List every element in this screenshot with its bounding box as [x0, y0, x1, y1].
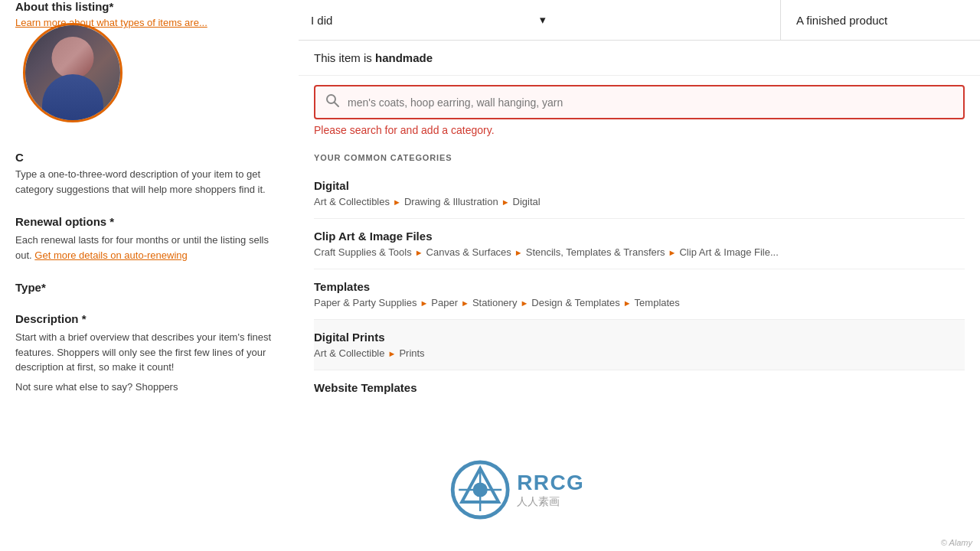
breadcrumb-item: Templates — [635, 297, 680, 308]
about-title: About this listing* — [15, 0, 283, 13]
search-container — [299, 76, 980, 119]
top-bar: I did ▾ A finished product — [299, 0, 980, 41]
breadcrumb-item: Canvas & Surfaces — [426, 246, 511, 258]
category-item-title: Clip Art & Image Files — [314, 230, 965, 243]
category-item-title: Website Templates — [314, 381, 965, 394]
breadcrumb-arrow-icon: ► — [387, 349, 396, 358]
finished-product-label: A finished product — [796, 14, 887, 27]
avatar-image — [25, 25, 120, 120]
person-body — [42, 74, 103, 120]
breadcrumb-item: Stencils, Templates & Transfers — [526, 246, 665, 258]
breadcrumb-arrow-icon: ► — [520, 298, 528, 308]
type-section: Type* — [15, 281, 283, 294]
category-section: C Type a one-to-three-word description o… — [15, 151, 283, 197]
left-panel: About this listing* Learn more about wha… — [0, 0, 299, 551]
breadcrumb-arrow-icon: ► — [668, 248, 677, 257]
breadcrumb-item: Stationery — [472, 297, 518, 308]
category-item-clip-art[interactable]: Clip Art & Image FilesCraft Supplies & T… — [314, 219, 965, 269]
breadcrumb-item: Art & Collectible — [314, 347, 384, 359]
category-breadcrumb: Paper & Party Supplies►Paper►Stationery►… — [314, 297, 965, 308]
category-item-templates[interactable]: TemplatesPaper & Party Supplies►Paper►St… — [314, 269, 965, 320]
svg-line-1 — [335, 103, 338, 106]
avatar — [23, 23, 122, 122]
breadcrumb-item: Paper & Party Supplies — [314, 297, 416, 308]
category-title: C — [15, 151, 283, 164]
description-section: Description * Start with a brief overvie… — [15, 312, 283, 394]
category-item-website-templates[interactable]: Website Templates — [314, 370, 965, 409]
description-text-2: Not sure what else to say? Shoppers — [15, 380, 283, 395]
breadcrumb-item: Paper — [431, 297, 458, 308]
breadcrumb-arrow-icon: ► — [415, 248, 423, 257]
common-categories-title: YOUR COMMON CATEGORIES — [314, 144, 965, 168]
category-item-digital[interactable]: DigitalArt & Collectibles►Drawing & Illu… — [314, 168, 965, 219]
breadcrumb-item: Design & Templates — [531, 297, 619, 308]
category-item-title: Digital — [314, 179, 965, 192]
handmade-word: handmade — [375, 51, 433, 64]
right-panel: I did ▾ A finished product This item is … — [299, 0, 980, 551]
breadcrumb-item: Prints — [399, 347, 424, 359]
category-breadcrumb: Art & Collectibles►Drawing & Illustratio… — [314, 196, 965, 207]
category-item-digital-prints[interactable]: Digital PrintsArt & Collectible►Prints — [314, 320, 965, 370]
renewal-section: Renewal options * Each renewal lasts for… — [15, 215, 283, 262]
person-head — [52, 37, 94, 79]
renewal-text: Each renewal lasts for four months or un… — [15, 233, 283, 262]
category-breadcrumb: Art & Collectible►Prints — [314, 347, 965, 359]
category-error-message: Please search for and add a category. — [299, 119, 980, 144]
categories-list: DigitalArt & Collectibles►Drawing & Illu… — [314, 168, 965, 409]
type-title: Type* — [15, 281, 283, 294]
dropdown-value: I did — [311, 14, 540, 27]
breadcrumb-arrow-icon: ► — [393, 197, 401, 207]
category-item-title: Digital Prints — [314, 331, 965, 344]
category-description: Type a one-to-three-word description of … — [15, 167, 283, 197]
breadcrumb-arrow-icon: ► — [420, 298, 428, 308]
breadcrumb-item: Art & Collectibles — [314, 196, 390, 207]
search-icon — [325, 93, 340, 112]
breadcrumb-arrow-icon: ► — [514, 248, 523, 257]
auto-renewing-link[interactable]: Get more details on auto-renewing — [34, 249, 187, 261]
who-made-dropdown[interactable]: I did ▾ — [299, 0, 781, 40]
breadcrumb-arrow-icon: ► — [623, 298, 632, 308]
handmade-notice: This item is handmade — [299, 41, 980, 76]
finished-product-area: A finished product — [781, 0, 980, 40]
handmade-prefix: This item is — [314, 51, 375, 64]
breadcrumb-item: Digital — [513, 196, 541, 207]
breadcrumb-item: Drawing & Illustration — [404, 196, 498, 207]
description-text-1: Start with a brief overview that describ… — [15, 330, 283, 375]
alamy-watermark: © Alamy — [941, 538, 972, 547]
search-box[interactable] — [314, 85, 965, 119]
breadcrumb-arrow-icon: ► — [461, 298, 469, 308]
dropdown-arrow-icon: ▾ — [540, 13, 769, 27]
breadcrumb-arrow-icon: ► — [501, 197, 510, 207]
renewal-title: Renewal options * — [15, 215, 283, 228]
breadcrumb-item: Clip Art & Image File... — [679, 246, 778, 258]
common-categories: YOUR COMMON CATEGORIES DigitalArt & Coll… — [299, 144, 980, 409]
category-breadcrumb: Craft Supplies & Tools►Canvas & Surfaces… — [314, 246, 965, 258]
category-item-title: Templates — [314, 280, 965, 293]
category-search-input[interactable] — [348, 96, 954, 109]
description-title: Description * — [15, 312, 283, 325]
breadcrumb-item: Craft Supplies & Tools — [314, 246, 412, 258]
about-section: About this listing* Learn more about wha… — [15, 0, 283, 28]
